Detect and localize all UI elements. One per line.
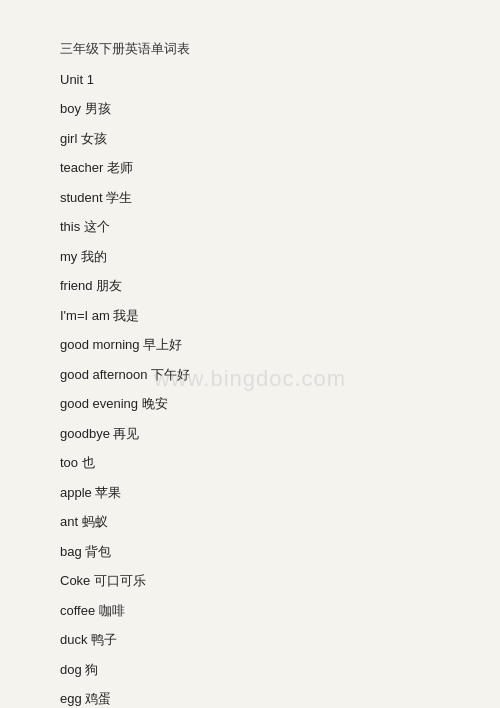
list-item: good morning 早上好 bbox=[60, 335, 440, 355]
list-item: girl 女孩 bbox=[60, 129, 440, 149]
list-item: egg 鸡蛋 bbox=[60, 689, 440, 708]
list-item: friend 朋友 bbox=[60, 276, 440, 296]
list-item: too 也 bbox=[60, 453, 440, 473]
list-item: goodbye 再见 bbox=[60, 424, 440, 444]
list-item: dog 狗 bbox=[60, 660, 440, 680]
list-item: teacher 老师 bbox=[60, 158, 440, 178]
vocab-list: boy 男孩girl 女孩teacher 老师student 学生this 这个… bbox=[60, 99, 440, 708]
list-item: duck 鸭子 bbox=[60, 630, 440, 650]
list-item: ant 蚂蚁 bbox=[60, 512, 440, 532]
list-item: good afternoon 下午好 bbox=[60, 365, 440, 385]
list-item: student 学生 bbox=[60, 188, 440, 208]
unit-label: Unit 1 bbox=[60, 72, 440, 87]
list-item: this 这个 bbox=[60, 217, 440, 237]
list-item: coffee 咖啡 bbox=[60, 601, 440, 621]
list-item: I'm=I am 我是 bbox=[60, 306, 440, 326]
list-item: apple 苹果 bbox=[60, 483, 440, 503]
list-item: boy 男孩 bbox=[60, 99, 440, 119]
list-item: Coke 可口可乐 bbox=[60, 571, 440, 591]
list-item: my 我的 bbox=[60, 247, 440, 267]
list-item: bag 背包 bbox=[60, 542, 440, 562]
page-title: 三年级下册英语单词表 bbox=[60, 40, 440, 58]
list-item: good evening 晚安 bbox=[60, 394, 440, 414]
